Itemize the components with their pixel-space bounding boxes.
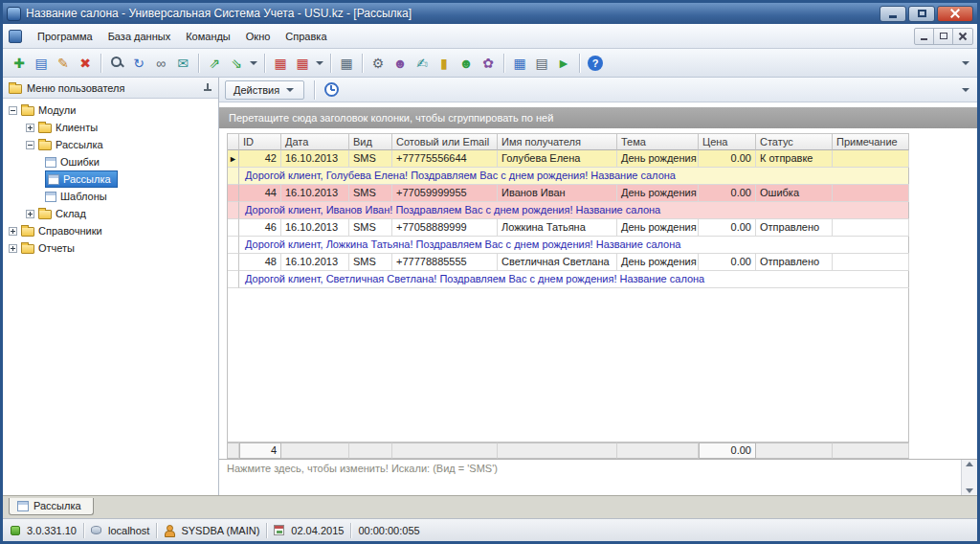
tree-item-sklad[interactable]: Склад: [3, 205, 218, 222]
settings-icon[interactable]: ⚙: [368, 53, 389, 74]
tree-item-spravochniki[interactable]: Справочники: [3, 222, 218, 239]
menu-program[interactable]: Программа: [30, 28, 100, 45]
group-by-panel[interactable]: Перетащите сюда заголовок колонки, чтобы…: [219, 107, 977, 128]
form-edit-icon[interactable]: ✍: [412, 53, 433, 74]
sidebar-header: Меню пользователя: [3, 78, 218, 99]
mdi-close-icon: [959, 33, 967, 40]
import-icon[interactable]: ⇘: [226, 53, 247, 74]
close-icon: [950, 9, 960, 18]
table-icon[interactable]: ▦: [509, 53, 530, 74]
table-doc-icon: [45, 192, 56, 202]
table-row[interactable]: 46 16.10.2013 SMS +77058889999 Ложкина Т…: [228, 219, 908, 237]
selected-tree-item[interactable]: Рассылка: [45, 170, 118, 188]
table-doc-icon: [48, 174, 59, 185]
refresh-icon[interactable]: ↻: [128, 53, 149, 74]
printer-icon[interactable]: ▤: [531, 53, 552, 74]
palette-icon[interactable]: ✿: [478, 53, 499, 74]
pin-icon[interactable]: [203, 82, 212, 93]
folder-icon: [21, 244, 34, 254]
report-icon[interactable]: ▦: [270, 53, 291, 74]
folder-icon: [38, 141, 52, 150]
row-indicator-header: [228, 133, 239, 150]
user-menu-tree: Модули Клиенты Рассылка Ошибки: [3, 99, 218, 495]
actions-button[interactable]: Действия: [225, 80, 304, 100]
tree-item-shablony[interactable]: Шаблоны: [3, 188, 218, 205]
window-title: Название салона - Универсальная Система …: [26, 7, 880, 20]
grid-header-row: ID Дата Вид Сотовый или Email Имя получа…: [228, 133, 908, 150]
column-header-recipient[interactable]: Имя получателя: [498, 133, 617, 150]
filter-hint[interactable]: Нажмите здесь, чтобы изменить! Искали: (…: [219, 460, 961, 495]
report-calendar-icon[interactable]: ▦: [292, 53, 313, 74]
export-icon[interactable]: ⇗: [204, 53, 225, 74]
collapse-icon[interactable]: [9, 106, 17, 115]
column-header-note[interactable]: Примечание: [833, 133, 909, 150]
folder-icon: [38, 124, 52, 133]
scroll-down-icon[interactable]: [966, 488, 973, 493]
calculator-icon[interactable]: ▦: [336, 53, 357, 74]
message-preview-row[interactable]: Дорогой клиент, Иванов Иван! Поздравляем…: [228, 202, 908, 219]
expand-icon[interactable]: [26, 124, 34, 132]
scrollbar[interactable]: [961, 460, 977, 495]
user-text: SYSDBA (MAIN): [181, 525, 259, 536]
edit-icon[interactable]: ✎: [53, 53, 74, 74]
users-icon[interactable]: ☻: [456, 53, 477, 74]
mdi-close-button[interactable]: [953, 29, 972, 44]
column-header-kind[interactable]: Вид: [349, 133, 392, 150]
lock-icon[interactable]: ▮: [434, 53, 455, 74]
delete-icon[interactable]: ✖: [75, 53, 96, 74]
play-icon[interactable]: ►: [553, 53, 574, 74]
message-icon[interactable]: ✉: [172, 53, 193, 74]
column-header-contact[interactable]: Сотовый или Email: [392, 133, 498, 150]
message-preview-row[interactable]: Дорогой клиент, Голубева Елена! Поздравл…: [228, 168, 908, 185]
menu-help[interactable]: Справка: [278, 28, 334, 45]
tree-item-rassylka-folder[interactable]: Рассылка: [3, 136, 218, 153]
column-header-id[interactable]: ID: [239, 133, 281, 150]
actions-overflow-icon[interactable]: [962, 88, 969, 92]
expand-icon[interactable]: [26, 210, 34, 218]
column-header-price[interactable]: Цена: [699, 133, 756, 150]
message-preview-row[interactable]: Дорогой клиент, Ложкина Татьяна! Поздрав…: [228, 237, 908, 254]
search-icon[interactable]: [106, 53, 127, 74]
mdi-restore-button[interactable]: [934, 29, 953, 44]
minimize-button[interactable]: [880, 6, 906, 22]
folder-icon: [38, 210, 52, 219]
maximize-icon: [918, 10, 926, 17]
scroll-up-icon[interactable]: [966, 462, 973, 466]
tree-item-oshibki[interactable]: Ошибки: [3, 153, 218, 170]
close-button[interactable]: [937, 6, 973, 22]
menu-commands[interactable]: Команды: [178, 28, 238, 45]
schedule-clock-icon[interactable]: [324, 82, 339, 97]
import-dropdown-arrow-icon[interactable]: [250, 61, 257, 65]
menu-window[interactable]: Окно: [238, 28, 278, 45]
add-icon[interactable]: ✚: [9, 53, 30, 74]
copy-icon[interactable]: ▤: [31, 53, 52, 74]
mdi-minimize-button[interactable]: [915, 29, 934, 44]
content-panel: Действия Перетащите сюда заголовок колон…: [219, 78, 977, 495]
maximize-button[interactable]: [908, 6, 935, 22]
tree-item-rassylka[interactable]: Рассылка: [3, 170, 218, 188]
table-row[interactable]: 48 16.10.2013 SMS +77778885555 Светлична…: [228, 254, 908, 271]
help-icon[interactable]: ?: [585, 53, 606, 74]
tree-item-otchety[interactable]: Отчеты: [3, 239, 218, 257]
report-dropdown-arrow-icon[interactable]: [316, 61, 323, 65]
expand-icon[interactable]: [9, 227, 17, 236]
message-preview-row[interactable]: Дорогой клиент, Светличная Светлана! Поз…: [228, 271, 908, 288]
user-add-icon[interactable]: ☻: [390, 53, 411, 74]
time-text: 00:00:00:055: [358, 525, 419, 536]
column-header-date[interactable]: Дата: [281, 133, 349, 150]
table-row[interactable]: ► 42 16.10.2013 SMS +77775556644 Голубев…: [228, 150, 908, 168]
tree-item-klienty[interactable]: Клиенты: [3, 119, 218, 136]
column-header-status[interactable]: Статус: [756, 133, 833, 150]
table-row[interactable]: 44 16.10.2013 SMS +77059999955 Иванов Ив…: [228, 185, 908, 202]
menu-database[interactable]: База данных: [100, 28, 179, 45]
filter-panel: Нажмите здесь, чтобы изменить! Искали: (…: [219, 459, 977, 495]
tab-bar: Рассылка: [3, 495, 977, 518]
tree-item-moduli[interactable]: Модули: [3, 102, 218, 119]
binoculars-icon[interactable]: ∞: [150, 53, 171, 74]
tab-rassylka[interactable]: Рассылка: [9, 498, 94, 515]
toolbar-overflow-icon[interactable]: [962, 61, 969, 65]
expand-icon[interactable]: [9, 244, 17, 253]
row-selected-arrow-icon: ►: [228, 150, 239, 168]
collapse-icon[interactable]: [26, 141, 34, 149]
column-header-subject[interactable]: Тема: [617, 133, 699, 150]
